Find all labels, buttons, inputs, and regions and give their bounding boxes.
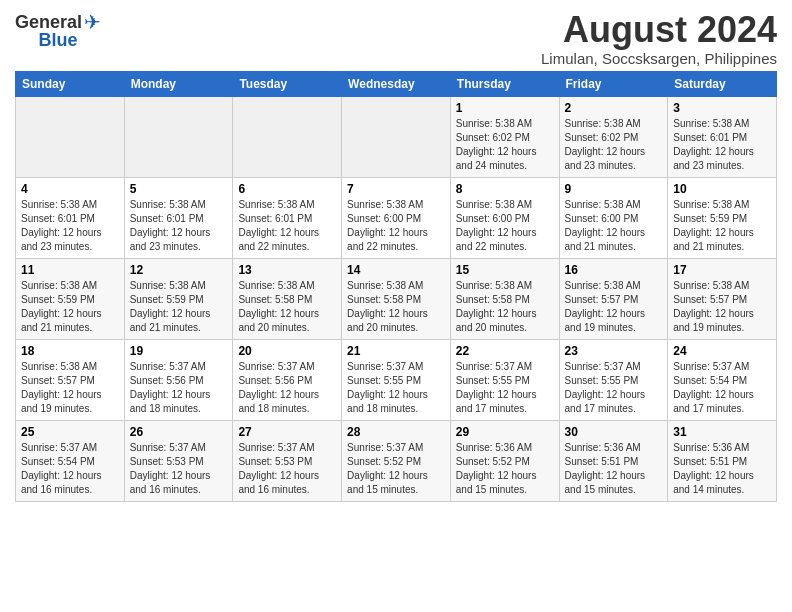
calendar-table: Sunday Monday Tuesday Wednesday Thursday… xyxy=(15,71,777,502)
logo-blue: Blue xyxy=(39,30,78,51)
day-number: 19 xyxy=(130,344,228,358)
day-info: Sunrise: 5:38 AMSunset: 5:58 PMDaylight:… xyxy=(456,279,554,335)
day-number: 23 xyxy=(565,344,663,358)
day-number: 24 xyxy=(673,344,771,358)
calendar-cell: 10Sunrise: 5:38 AMSunset: 5:59 PMDayligh… xyxy=(668,177,777,258)
day-info: Sunrise: 5:36 AMSunset: 5:52 PMDaylight:… xyxy=(456,441,554,497)
day-number: 11 xyxy=(21,263,119,277)
logo: General ✈ Blue xyxy=(15,10,101,51)
calendar-cell: 19Sunrise: 5:37 AMSunset: 5:56 PMDayligh… xyxy=(124,339,233,420)
month-year-title: August 2024 xyxy=(541,10,777,50)
calendar-cell: 8Sunrise: 5:38 AMSunset: 6:00 PMDaylight… xyxy=(450,177,559,258)
calendar-week-row-5: 25Sunrise: 5:37 AMSunset: 5:54 PMDayligh… xyxy=(16,420,777,501)
calendar-week-row-1: 1Sunrise: 5:38 AMSunset: 6:02 PMDaylight… xyxy=(16,96,777,177)
day-number: 9 xyxy=(565,182,663,196)
calendar-week-row-4: 18Sunrise: 5:38 AMSunset: 5:57 PMDayligh… xyxy=(16,339,777,420)
calendar-cell: 12Sunrise: 5:38 AMSunset: 5:59 PMDayligh… xyxy=(124,258,233,339)
calendar-cell: 25Sunrise: 5:37 AMSunset: 5:54 PMDayligh… xyxy=(16,420,125,501)
day-info: Sunrise: 5:37 AMSunset: 5:56 PMDaylight:… xyxy=(238,360,336,416)
calendar-cell: 1Sunrise: 5:38 AMSunset: 6:02 PMDaylight… xyxy=(450,96,559,177)
day-number: 31 xyxy=(673,425,771,439)
day-number: 14 xyxy=(347,263,445,277)
day-number: 18 xyxy=(21,344,119,358)
location-text: Limulan, Soccsksargen, Philippines xyxy=(541,50,777,67)
day-info: Sunrise: 5:36 AMSunset: 5:51 PMDaylight:… xyxy=(673,441,771,497)
day-number: 10 xyxy=(673,182,771,196)
calendar-cell: 30Sunrise: 5:36 AMSunset: 5:51 PMDayligh… xyxy=(559,420,668,501)
day-number: 3 xyxy=(673,101,771,115)
day-number: 4 xyxy=(21,182,119,196)
calendar-cell: 15Sunrise: 5:38 AMSunset: 5:58 PMDayligh… xyxy=(450,258,559,339)
calendar-cell: 13Sunrise: 5:38 AMSunset: 5:58 PMDayligh… xyxy=(233,258,342,339)
day-number: 13 xyxy=(238,263,336,277)
calendar-cell xyxy=(124,96,233,177)
header-friday: Friday xyxy=(559,71,668,96)
calendar-cell xyxy=(342,96,451,177)
calendar-week-row-3: 11Sunrise: 5:38 AMSunset: 5:59 PMDayligh… xyxy=(16,258,777,339)
day-number: 6 xyxy=(238,182,336,196)
calendar-cell: 29Sunrise: 5:36 AMSunset: 5:52 PMDayligh… xyxy=(450,420,559,501)
calendar-cell xyxy=(16,96,125,177)
calendar-cell: 17Sunrise: 5:38 AMSunset: 5:57 PMDayligh… xyxy=(668,258,777,339)
calendar-cell: 24Sunrise: 5:37 AMSunset: 5:54 PMDayligh… xyxy=(668,339,777,420)
day-number: 2 xyxy=(565,101,663,115)
day-info: Sunrise: 5:38 AMSunset: 5:59 PMDaylight:… xyxy=(21,279,119,335)
day-info: Sunrise: 5:38 AMSunset: 5:58 PMDaylight:… xyxy=(238,279,336,335)
day-info: Sunrise: 5:37 AMSunset: 5:54 PMDaylight:… xyxy=(673,360,771,416)
calendar-cell: 26Sunrise: 5:37 AMSunset: 5:53 PMDayligh… xyxy=(124,420,233,501)
day-number: 20 xyxy=(238,344,336,358)
calendar-cell: 9Sunrise: 5:38 AMSunset: 6:00 PMDaylight… xyxy=(559,177,668,258)
calendar-cell: 31Sunrise: 5:36 AMSunset: 5:51 PMDayligh… xyxy=(668,420,777,501)
day-info: Sunrise: 5:36 AMSunset: 5:51 PMDaylight:… xyxy=(565,441,663,497)
day-info: Sunrise: 5:38 AMSunset: 5:57 PMDaylight:… xyxy=(565,279,663,335)
day-info: Sunrise: 5:37 AMSunset: 5:55 PMDaylight:… xyxy=(456,360,554,416)
day-number: 5 xyxy=(130,182,228,196)
title-area: August 2024 Limulan, Soccsksargen, Phili… xyxy=(541,10,777,67)
day-info: Sunrise: 5:38 AMSunset: 6:02 PMDaylight:… xyxy=(456,117,554,173)
day-info: Sunrise: 5:38 AMSunset: 6:01 PMDaylight:… xyxy=(238,198,336,254)
calendar-cell: 7Sunrise: 5:38 AMSunset: 6:00 PMDaylight… xyxy=(342,177,451,258)
calendar-cell: 6Sunrise: 5:38 AMSunset: 6:01 PMDaylight… xyxy=(233,177,342,258)
day-info: Sunrise: 5:38 AMSunset: 5:57 PMDaylight:… xyxy=(21,360,119,416)
calendar-cell: 18Sunrise: 5:38 AMSunset: 5:57 PMDayligh… xyxy=(16,339,125,420)
logo-bird-icon: ✈ xyxy=(84,10,101,34)
day-number: 21 xyxy=(347,344,445,358)
day-number: 12 xyxy=(130,263,228,277)
day-info: Sunrise: 5:38 AMSunset: 6:00 PMDaylight:… xyxy=(565,198,663,254)
calendar-cell: 3Sunrise: 5:38 AMSunset: 6:01 PMDaylight… xyxy=(668,96,777,177)
day-number: 16 xyxy=(565,263,663,277)
day-info: Sunrise: 5:38 AMSunset: 5:59 PMDaylight:… xyxy=(130,279,228,335)
day-info: Sunrise: 5:37 AMSunset: 5:55 PMDaylight:… xyxy=(347,360,445,416)
day-number: 15 xyxy=(456,263,554,277)
day-info: Sunrise: 5:38 AMSunset: 6:00 PMDaylight:… xyxy=(347,198,445,254)
day-number: 27 xyxy=(238,425,336,439)
header-monday: Monday xyxy=(124,71,233,96)
calendar-header-row: Sunday Monday Tuesday Wednesday Thursday… xyxy=(16,71,777,96)
day-number: 28 xyxy=(347,425,445,439)
calendar-cell: 5Sunrise: 5:38 AMSunset: 6:01 PMDaylight… xyxy=(124,177,233,258)
calendar-cell: 2Sunrise: 5:38 AMSunset: 6:02 PMDaylight… xyxy=(559,96,668,177)
day-number: 7 xyxy=(347,182,445,196)
day-info: Sunrise: 5:38 AMSunset: 6:01 PMDaylight:… xyxy=(21,198,119,254)
day-info: Sunrise: 5:38 AMSunset: 6:01 PMDaylight:… xyxy=(130,198,228,254)
day-info: Sunrise: 5:37 AMSunset: 5:53 PMDaylight:… xyxy=(238,441,336,497)
day-info: Sunrise: 5:37 AMSunset: 5:54 PMDaylight:… xyxy=(21,441,119,497)
calendar-week-row-2: 4Sunrise: 5:38 AMSunset: 6:01 PMDaylight… xyxy=(16,177,777,258)
day-number: 22 xyxy=(456,344,554,358)
day-number: 30 xyxy=(565,425,663,439)
day-info: Sunrise: 5:38 AMSunset: 5:58 PMDaylight:… xyxy=(347,279,445,335)
calendar-cell: 23Sunrise: 5:37 AMSunset: 5:55 PMDayligh… xyxy=(559,339,668,420)
header-sunday: Sunday xyxy=(16,71,125,96)
day-info: Sunrise: 5:37 AMSunset: 5:55 PMDaylight:… xyxy=(565,360,663,416)
day-number: 17 xyxy=(673,263,771,277)
day-number: 29 xyxy=(456,425,554,439)
day-info: Sunrise: 5:37 AMSunset: 5:52 PMDaylight:… xyxy=(347,441,445,497)
day-info: Sunrise: 5:38 AMSunset: 6:01 PMDaylight:… xyxy=(673,117,771,173)
calendar-cell: 20Sunrise: 5:37 AMSunset: 5:56 PMDayligh… xyxy=(233,339,342,420)
day-number: 26 xyxy=(130,425,228,439)
calendar-cell: 27Sunrise: 5:37 AMSunset: 5:53 PMDayligh… xyxy=(233,420,342,501)
header-tuesday: Tuesday xyxy=(233,71,342,96)
header-thursday: Thursday xyxy=(450,71,559,96)
day-number: 25 xyxy=(21,425,119,439)
calendar-cell: 21Sunrise: 5:37 AMSunset: 5:55 PMDayligh… xyxy=(342,339,451,420)
